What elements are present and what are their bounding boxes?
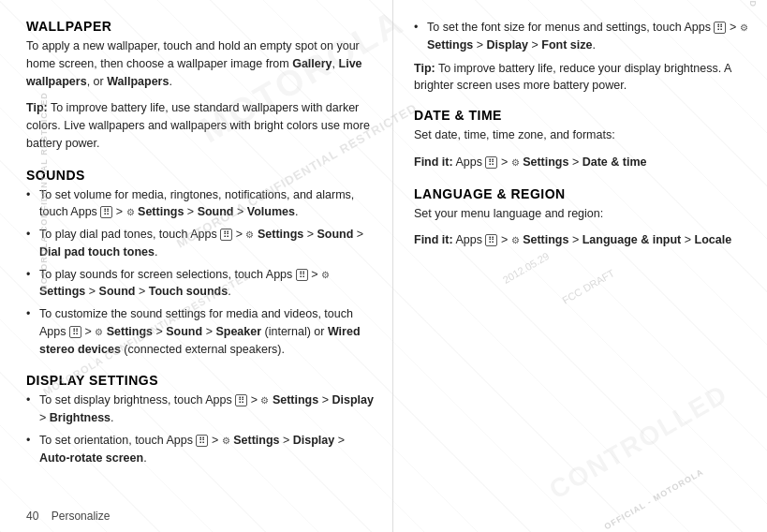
apps-icon: ⠿ [296, 269, 308, 281]
right-tip: Tip: To improve battery life, reduce you… [414, 60, 750, 96]
settings-icon: ⚙ [95, 327, 103, 337]
apps-icon: ⠿ [196, 435, 208, 447]
wallpaper-section: WALLPAPER To apply a new wallpaper, touc… [26, 19, 376, 153]
apps-icon: ⠿ [235, 394, 247, 406]
sounds-item-volume: To set volume for media, ringtones, noti… [26, 186, 376, 222]
display-title: DISPLAY SETTINGS [26, 373, 376, 388]
sounds-title: SOUNDS [26, 168, 376, 183]
left-column: WALLPAPER To apply a new wallpaper, touc… [0, 0, 393, 532]
sounds-item-speaker: To customize the sound settings for medi… [26, 305, 376, 358]
settings-icon: ⚙ [511, 157, 520, 168]
page-container: MOTOROLA MOTOROLA CONFIDENTIAL RESTRICTE… [0, 0, 767, 532]
apps-icon: ⠿ [714, 22, 726, 34]
language-body: Set your menu language and region: [414, 205, 750, 223]
sounds-list: To set volume for media, ringtones, noti… [26, 186, 376, 359]
settings-icon: ⚙ [260, 395, 269, 406]
settings-icon: ⚙ [222, 436, 230, 446]
settings-icon: ⚙ [245, 229, 254, 240]
right-bullets: To set the font size for menus and setti… [414, 19, 750, 54]
apps-icon: ⠿ [220, 229, 232, 241]
language-title: LANGUAGE & REGION [414, 186, 750, 201]
settings-icon: ⚙ [321, 270, 330, 280]
display-item-brightness: To set display brightness, touch Apps ⠿ … [26, 392, 376, 427]
settings-icon: ⚙ [126, 207, 135, 217]
wallpaper-tip: Tip: To improve battery life, use standa… [26, 99, 376, 152]
apps-icon: ⠿ [100, 206, 112, 218]
font-size-item: To set the font size for menus and setti… [414, 19, 750, 54]
language-findit: Find it: Apps ⠿ > ⚙ Settings > Language … [414, 231, 750, 249]
apps-icon: ⠿ [485, 234, 497, 246]
settings-icon: ⚙ [511, 235, 520, 245]
sounds-item-screen: To play sounds for screen selections, to… [26, 266, 376, 302]
apps-icon: ⠿ [485, 156, 497, 169]
language-section: LANGUAGE & REGION Set your menu language… [414, 186, 750, 250]
date-time-section: DATE & TIME Set date, time, time zone, a… [414, 108, 750, 171]
wallpaper-title: WALLPAPER [26, 19, 376, 34]
right-column: To set the font size for menus and setti… [393, 0, 767, 532]
sounds-section: SOUNDS To set volume for media, ringtone… [26, 168, 376, 359]
display-section: DISPLAY SETTINGS To set display brightne… [26, 373, 376, 466]
sounds-item-dialpad: To play dial pad tones, touch Apps ⠿ > ⚙… [26, 226, 376, 261]
display-list: To set display brightness, touch Apps ⠿ … [26, 392, 376, 466]
date-time-body: Set date, time, time zone, and formats: [414, 126, 750, 144]
apps-icon: ⠿ [69, 326, 81, 338]
date-time-title: DATE & TIME [414, 108, 750, 123]
wallpaper-body: To apply a new wallpaper, touch and hold… [26, 37, 376, 90]
date-time-findit: Find it: Apps ⠿ > ⚙ Settings > Date & ti… [414, 154, 750, 171]
settings-icon: ⚙ [740, 22, 748, 33]
display-item-orientation: To set orientation, touch Apps ⠿ > ⚙ Set… [26, 432, 376, 467]
